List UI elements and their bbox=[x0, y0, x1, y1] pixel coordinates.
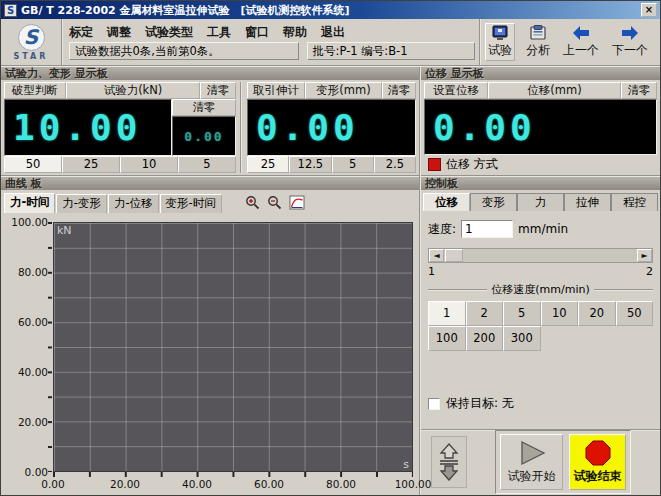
speed-preset-5[interactable]: 5 bbox=[503, 301, 541, 326]
app-icon: S bbox=[4, 4, 17, 17]
curve-tool-icon[interactable] bbox=[289, 195, 305, 210]
x-tick-label: 60.00 bbox=[254, 478, 284, 490]
speed-preset-200[interactable]: 200 bbox=[466, 326, 504, 351]
speed-preset-20[interactable]: 20 bbox=[578, 301, 616, 326]
tab-force-time[interactable]: 力-时间 bbox=[4, 193, 55, 213]
tab-force-deform[interactable]: 力-变形 bbox=[56, 194, 107, 213]
displacement-label-button[interactable]: 位移(mm) bbox=[488, 82, 621, 99]
y-tick-label: 40.00 bbox=[3, 366, 48, 378]
play-icon bbox=[517, 440, 547, 466]
menu-adjust[interactable]: 调整 bbox=[107, 24, 131, 41]
speed-preset-100[interactable]: 100 bbox=[428, 326, 466, 351]
deform-clear-button[interactable]: 清零 bbox=[382, 82, 416, 99]
analyze-button[interactable]: 分析 bbox=[524, 24, 552, 60]
jog-updown-button[interactable] bbox=[431, 436, 467, 488]
deform-range-5[interactable]: 5 bbox=[332, 156, 374, 173]
logo-s-icon: S bbox=[18, 24, 45, 51]
deform-range-2-5[interactable]: 2.5 bbox=[374, 156, 416, 173]
ctl-tab-displacement[interactable]: 位移 bbox=[423, 193, 470, 211]
displacement-panel: 位移 显示板 设置位移 位移(mm) 清零 0.00 位移 方式 bbox=[421, 67, 660, 177]
force-button-row: 破型判断 试验力(kN) 清零 bbox=[4, 82, 236, 99]
right-column: 位移 显示板 设置位移 位移(mm) 清零 0.00 位移 方式 bbox=[421, 67, 660, 495]
curve-panel-title: 曲线 板 bbox=[1, 177, 419, 190]
deform-range-25[interactable]: 25 bbox=[247, 156, 289, 173]
speed-preset-1[interactable]: 1 bbox=[428, 301, 466, 326]
menu-exit[interactable]: 退出 bbox=[321, 24, 345, 41]
hold-target-label: 保持目标: 无 bbox=[446, 395, 514, 412]
slider-range-labels: 1 2 bbox=[428, 265, 653, 278]
control-panel: 控制板 位移 变形 力 拉伸 程控 速度: mm/min ◄ bbox=[421, 177, 660, 495]
slider-left-arrow-icon[interactable]: ◄ bbox=[429, 249, 444, 262]
menu-calibrate[interactable]: 标定 bbox=[69, 24, 93, 41]
hold-target-checkbox[interactable] bbox=[428, 398, 440, 410]
force-range-row: 50 25 10 5 bbox=[4, 156, 236, 173]
force-lcd-zone: 10.00 清零 0.00 bbox=[4, 99, 236, 156]
jog-arrows-icon bbox=[437, 442, 461, 482]
menu-window[interactable]: 窗口 bbox=[245, 24, 269, 41]
deform-range-12-5[interactable]: 12.5 bbox=[289, 156, 331, 173]
deform-button-row: 取引伸计 变形(mm) 清零 bbox=[247, 82, 416, 99]
speed-preset-300[interactable]: 300 bbox=[503, 326, 541, 351]
slider-min-label: 1 bbox=[428, 265, 435, 278]
deform-label-button[interactable]: 变形(mm) bbox=[305, 82, 382, 99]
zoom-out-icon[interactable] bbox=[267, 195, 283, 210]
displacement-body: 设置位移 位移(mm) 清零 0.00 位移 方式 bbox=[421, 80, 660, 175]
speed-preset-2[interactable]: 2 bbox=[466, 301, 504, 326]
deform-value-display: 0.00 bbox=[247, 99, 416, 156]
slider-max-label: 2 bbox=[646, 265, 653, 278]
speed-preset-10[interactable]: 10 bbox=[541, 301, 579, 326]
x-tick-label: 0.00 bbox=[41, 478, 64, 490]
force-label-button[interactable]: 试验力(kN) bbox=[66, 82, 200, 99]
close-button[interactable]: × bbox=[641, 3, 657, 17]
ctl-tab-tensile[interactable]: 拉伸 bbox=[564, 193, 611, 211]
analyze-button-label: 分析 bbox=[526, 42, 550, 59]
speed-preset-50[interactable]: 50 bbox=[616, 301, 654, 326]
displacement-clear-button[interactable]: 清零 bbox=[621, 82, 657, 99]
tab-force-disp[interactable]: 力-位移 bbox=[108, 194, 159, 213]
force-deform-body: 破型判断 试验力(kN) 清零 10.00 清零 0.00 bbox=[1, 80, 419, 175]
slider-right-arrow-icon[interactable]: ► bbox=[637, 249, 652, 262]
displacement-mode-row: 位移 方式 bbox=[424, 155, 657, 173]
previous-button[interactable]: 上一个 bbox=[561, 24, 601, 60]
force-range-50[interactable]: 50 bbox=[4, 156, 62, 173]
app-window: S GB/ T 228-2002 金属材料室温拉伸试验 [试验机测控软件系统] … bbox=[0, 0, 661, 496]
curve-tab-row: 力-时间 力-变形 力-位移 变形-时间 bbox=[1, 190, 419, 213]
break-judge-button[interactable]: 破型判断 bbox=[4, 82, 66, 99]
y-tick-label: 20.00 bbox=[3, 416, 48, 428]
speed-unit: mm/min bbox=[518, 222, 568, 236]
speed-input[interactable] bbox=[461, 220, 513, 238]
peak-value-display: 0.00 bbox=[172, 116, 236, 156]
slider-thumb[interactable] bbox=[445, 249, 463, 262]
test-start-button[interactable]: 试验开始 bbox=[500, 434, 563, 490]
peak-clear-button[interactable]: 清零 bbox=[172, 99, 236, 116]
displacement-panel-title: 位移 显示板 bbox=[421, 67, 660, 80]
main-area: 试验力、变形 显示板 破型判断 试验力(kN) 清零 10.00 清零 0 bbox=[1, 67, 660, 495]
speed-slider[interactable]: ◄ ► bbox=[428, 248, 653, 263]
zoom-in-icon[interactable] bbox=[245, 195, 261, 210]
menu-test-type[interactable]: 试验类型 bbox=[145, 24, 193, 41]
ctl-tab-force[interactable]: 力 bbox=[517, 193, 564, 211]
y-tick-label: 100.00 bbox=[3, 216, 48, 228]
mode-label: 位移 方式 bbox=[446, 156, 498, 173]
test-buttons-frame: 试验开始 试验结束 bbox=[495, 430, 631, 494]
force-deform-panel-title: 试验力、变形 显示板 bbox=[1, 67, 419, 80]
ctl-tab-deform[interactable]: 变形 bbox=[470, 193, 517, 211]
divider bbox=[428, 289, 487, 291]
slider-track[interactable] bbox=[444, 249, 637, 262]
menu-help[interactable]: 帮助 bbox=[283, 24, 307, 41]
menu-tools[interactable]: 工具 bbox=[207, 24, 231, 41]
force-range-25[interactable]: 25 bbox=[62, 156, 120, 173]
set-displacement-button[interactable]: 设置位移 bbox=[424, 82, 488, 99]
speed-preset-grid: 1 2 5 10 20 50 100 200 300 bbox=[428, 301, 653, 351]
test-button[interactable]: 试验 bbox=[485, 23, 515, 61]
ctl-tab-program[interactable]: 程控 bbox=[611, 193, 658, 211]
test-stop-button[interactable]: 试验结束 bbox=[569, 434, 626, 490]
arrow-left-icon bbox=[571, 25, 591, 41]
force-range-10[interactable]: 10 bbox=[120, 156, 178, 173]
force-range-5[interactable]: 5 bbox=[178, 156, 236, 173]
tab-deform-time[interactable]: 变形-时间 bbox=[160, 194, 222, 213]
extensometer-button[interactable]: 取引伸计 bbox=[247, 82, 305, 99]
next-button[interactable]: 下一个 bbox=[610, 24, 650, 60]
x-tick-label: 40.00 bbox=[182, 478, 212, 490]
force-clear-button[interactable]: 清零 bbox=[200, 82, 236, 99]
